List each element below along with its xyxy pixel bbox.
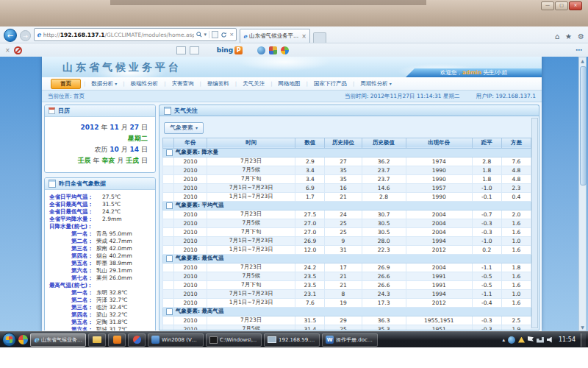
table-cell: 21 xyxy=(325,272,362,280)
group-checkbox[interactable] xyxy=(166,308,173,315)
element-filter-button[interactable]: 气象要素 ▾ xyxy=(164,122,204,134)
chevron-down-icon: ▾ xyxy=(113,81,117,86)
table-cell: 1990 xyxy=(406,166,472,174)
panel-scrollbar[interactable] xyxy=(531,118,538,328)
hidden-icons-chevron[interactable]: ▴ xyxy=(502,337,505,343)
weather-rank-row: 第五名：即墨 38.9mm xyxy=(49,260,152,267)
maximize-button[interactable]: ▢ xyxy=(555,1,568,10)
refresh-icon[interactable] xyxy=(220,32,227,38)
calendar-line: 农历 10 月 14 日 xyxy=(49,144,148,155)
group-checkbox[interactable] xyxy=(166,255,173,262)
table-cell: 24.2 xyxy=(295,263,325,272)
table-cell: 7月下旬 xyxy=(207,227,295,236)
weather-stat-label: 全省日最低气温： xyxy=(49,208,102,216)
address-bar[interactable]: e http://192.168.137.1/GLCCLIMATE/module… xyxy=(34,28,237,41)
rank-value: 东明 32.8℃ xyxy=(96,289,128,297)
mail-icon[interactable] xyxy=(176,46,186,54)
volume-icon[interactable] xyxy=(547,337,553,343)
new-tab-button[interactable] xyxy=(313,32,326,43)
table-cell: 1.6 xyxy=(501,280,531,289)
scroll-up-icon[interactable]: ▲ xyxy=(579,58,586,63)
weather-stat-row: 全省日最低气温：24.2℃ xyxy=(49,208,152,216)
tools-gear-icon[interactable]: ⚙ xyxy=(578,32,584,40)
toolbar-close-icon[interactable]: × xyxy=(5,47,10,54)
start-button[interactable] xyxy=(2,333,16,347)
nav-item[interactable]: 数据分析 ▾ xyxy=(85,80,123,88)
main-nav: 首页|数据分析 ▾|极端性分析|灾害查询|整编资料|天气关注|网格地图|国家下行… xyxy=(42,77,542,91)
background-window-edge xyxy=(110,0,426,5)
tab-close-icon[interactable]: × xyxy=(301,33,306,40)
browser-scrollbar[interactable]: ▲ ▼ xyxy=(578,57,587,331)
breadcrumb: 当前位置: 首页 xyxy=(48,93,85,100)
nav-item[interactable]: 网格地图 xyxy=(273,80,306,88)
table-cell: 21 xyxy=(325,280,362,289)
globe-addon-icon[interactable] xyxy=(257,46,265,54)
action-center-flag-icon[interactable] xyxy=(528,336,534,343)
taskbar-window-button[interactable]: C:\Windows\s... xyxy=(206,333,262,347)
nav-item[interactable]: 灾害查询 xyxy=(166,80,200,88)
rank-value: 莱州 26.0mm xyxy=(96,275,132,282)
table-cell: 2010 xyxy=(174,183,207,192)
share-addon-icon[interactable] xyxy=(281,46,289,54)
taskbar-app-button[interactable] xyxy=(88,333,106,347)
stop-icon[interactable]: × xyxy=(229,32,234,38)
table-cell: 2010 xyxy=(174,236,207,245)
blocked-icon[interactable] xyxy=(14,46,22,54)
weather-body: 全省日平均气温：27.5℃全省日最高气温：31.5℃全省日最低气温：24.2℃全… xyxy=(45,190,155,330)
taskbar-clock[interactable]: 11:54 xyxy=(556,336,578,343)
table-row: 20107月23日31.52936.31955,1951-0.32.5 xyxy=(163,316,531,325)
table-cell: 22.3 xyxy=(362,245,406,254)
table-group-row: 气象要素: 最低气温 xyxy=(163,254,531,263)
taskbar-app-button[interactable] xyxy=(128,333,146,347)
nav-item[interactable]: 整编资料 xyxy=(201,80,235,88)
taskbar-window-button[interactable]: W操作手册.docx ... xyxy=(322,333,378,347)
favorites-star-icon[interactable]: ★ xyxy=(565,32,572,40)
minimize-button[interactable]: — xyxy=(541,1,554,10)
compatibility-view-icon[interactable] xyxy=(212,31,218,38)
calendar-line: 2012 年 11 月 27 日 xyxy=(49,122,148,133)
table-cell: 7月23日 xyxy=(207,210,295,219)
calendar-line: 壬辰 年 辛亥 月 壬戌 日 xyxy=(49,155,148,166)
table-cell: 27.0 xyxy=(295,227,325,236)
browser-back-button[interactable]: ← xyxy=(4,29,17,42)
weather-rank-row: 第六名：乳山 29.1mm xyxy=(49,267,152,275)
taskbar-window-button[interactable]: 192.168.59.99... xyxy=(264,333,320,347)
search-icon[interactable] xyxy=(196,32,202,38)
weather-stat-row: 全省日平均气温：27.5℃ xyxy=(49,194,152,201)
browser-chrome: ← → e http://192.168.137.1/GLCCLIMATE/mo… xyxy=(0,26,588,57)
taskbar-window-label: 山东省气候业务平... xyxy=(41,336,82,344)
pinned-app-icon[interactable] xyxy=(18,335,28,344)
tray-warning-icon[interactable] xyxy=(518,337,525,343)
card-icon[interactable] xyxy=(190,46,199,54)
browser-tab[interactable]: e 山东省气候业务平... × xyxy=(240,29,310,43)
scrollbar-thumb[interactable] xyxy=(580,66,587,185)
table-cell: 2010 xyxy=(174,298,207,307)
taskbar-window-button[interactable]: Win2008 (VS2... xyxy=(148,333,204,347)
tray-globe-icon[interactable] xyxy=(508,336,515,344)
table-cell: 4.8 xyxy=(501,174,531,183)
more-addons-icon[interactable]: ⋯ xyxy=(576,46,583,54)
table-cell: 2010 xyxy=(174,166,207,174)
nav-item[interactable]: 极端性分析 xyxy=(125,80,165,88)
taskbar-window-button[interactable]: e山东省气候业务平... xyxy=(30,333,86,347)
search-dropdown-icon[interactable]: ▾ xyxy=(204,32,207,38)
word-icon: W xyxy=(326,336,334,344)
nav-item[interactable]: 首页 xyxy=(51,79,81,89)
home-icon[interactable]: ⌂ xyxy=(555,32,559,40)
browser-forward-button[interactable]: → xyxy=(20,30,31,41)
bing-search-addon[interactable]: bing P xyxy=(217,46,243,54)
photos-addon-icon[interactable] xyxy=(269,46,277,54)
scroll-down-icon[interactable]: ▼ xyxy=(579,325,586,330)
network-icon[interactable] xyxy=(537,337,544,343)
show-desktop-button[interactable] xyxy=(581,333,586,347)
page-body: 日历 2012 年 11 月 27 日星期二农历 10 月 14 日壬辰 年 辛… xyxy=(42,102,542,331)
weather-stat-value: 31.5℃ xyxy=(102,201,121,208)
nav-item[interactable]: 国家下行产品 xyxy=(308,80,353,88)
weather-stat-label: 全省平均降水量： xyxy=(49,216,102,223)
nav-item[interactable]: 天气关注 xyxy=(237,80,270,88)
group-checkbox[interactable] xyxy=(166,149,173,156)
nav-item[interactable]: 周期性分析 ▾ xyxy=(354,80,397,88)
taskbar-app-button[interactable] xyxy=(108,333,126,347)
group-checkbox[interactable] xyxy=(166,202,173,209)
close-button[interactable]: × xyxy=(569,1,582,10)
